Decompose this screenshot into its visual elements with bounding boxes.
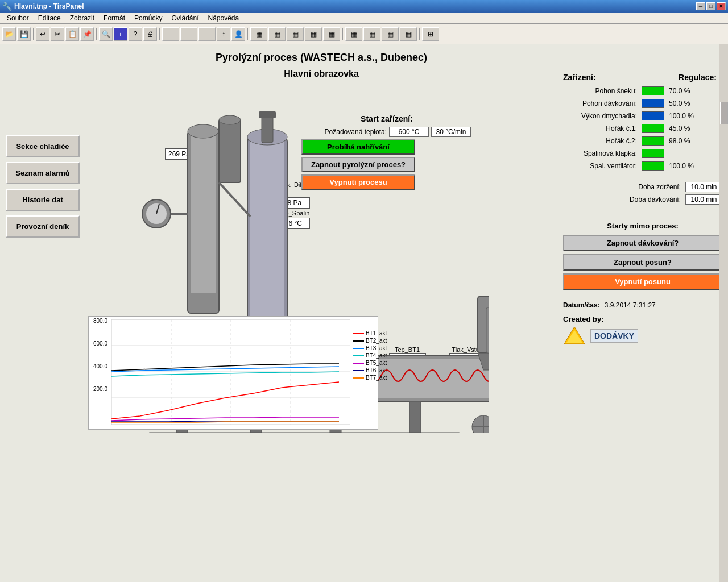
device-name-1: Pohon dávkování: xyxy=(563,99,637,107)
doba-davkovani-row: Doba dávkování: 10.0 min xyxy=(563,194,722,205)
tb-sep6 xyxy=(419,28,420,40)
device-row-5: Spalinová klapka: xyxy=(563,149,722,158)
legend-bt3-color xyxy=(353,348,364,349)
device-indicator-4 xyxy=(642,136,664,146)
title-bar-controls: ─ □ ✕ xyxy=(696,2,726,10)
page-subtitle: Hlavní obrazovka xyxy=(85,69,557,79)
starty-section: Starty mimo proces: Zapnout dávkování? Z… xyxy=(563,222,722,290)
tb-extra[interactable]: ⊞ xyxy=(422,27,439,41)
center-area: Pyrolýzní proces (WASTECH a.s., Dubenec)… xyxy=(85,44,557,582)
tb-grid2[interactable]: ▦ xyxy=(268,27,286,41)
device-header-label: Zařízení: xyxy=(563,73,596,82)
device-indicator-3 xyxy=(642,124,664,133)
svg-rect-15 xyxy=(410,401,421,433)
tb-sep1 xyxy=(33,28,34,40)
legend-bt5-color xyxy=(353,363,364,364)
tb-paste[interactable]: 📌 xyxy=(80,27,94,41)
tb-grid6[interactable]: ▦ xyxy=(345,27,362,41)
tb-sep4 xyxy=(247,28,248,40)
diagram-area: 269 Pa 96 °C Tlak_Dif ● -18 Pa Tep_Spali… xyxy=(85,80,557,433)
tb-grid9[interactable]: ▦ xyxy=(400,27,417,41)
doba-section: Doba zdržení: 10.0 min Doba dávkování: 1… xyxy=(563,182,722,205)
menu-soubor[interactable]: Soubor xyxy=(2,14,34,23)
tb-sep2 xyxy=(96,28,97,40)
toolbar: 📂 💾 ↩ ✂ 📋 📌 🔍 i ? 🖨 ↑ 👤 ▦ ▦ ▦ ▦ ▦ ▦ ▦ ▦ … xyxy=(0,24,728,44)
tb-print[interactable]: 🖨 xyxy=(143,27,157,41)
tb-undo[interactable]: ↩ xyxy=(36,27,49,41)
svg-rect-8 xyxy=(262,114,273,143)
device-header: Zařízení: Regulace: xyxy=(563,73,722,82)
nav-historie-dat[interactable]: Historie dat xyxy=(6,189,80,211)
datum-value: 3.9.2014 7:31:27 xyxy=(605,301,656,309)
tb-save[interactable]: 💾 xyxy=(17,27,31,41)
tb-grid1[interactable]: ▦ xyxy=(250,27,267,41)
chart-y-low: 400.0 xyxy=(91,362,110,371)
legend-bt6: BT6_akt xyxy=(353,367,394,373)
doba-zdrzeni-label: Doba zdržení: xyxy=(638,183,681,191)
tb-arrow[interactable]: ↑ xyxy=(217,27,230,41)
nav-provozni-denik[interactable]: Provozní deník xyxy=(6,215,80,238)
device-value-4: 98.0 % xyxy=(669,137,700,145)
tb-grid7[interactable]: ▦ xyxy=(363,27,380,41)
scroll-thumb[interactable] xyxy=(720,102,728,124)
tb-grid4[interactable]: ▦ xyxy=(305,27,322,41)
logo-svg xyxy=(563,326,586,346)
menu-format[interactable]: Formát xyxy=(99,14,130,23)
zapnout-davkovani-btn[interactable]: Zapnout dávkování? xyxy=(563,235,722,251)
nav-seznam-alarmu[interactable]: Seznam alarmů xyxy=(6,162,80,184)
legend-bt7: BT7_akt xyxy=(353,375,394,381)
title-bar-text: Hlavni.tnp - TirsPanel xyxy=(14,2,84,10)
tb-grid8[interactable]: ▦ xyxy=(382,27,399,41)
device-name-2: Výkon dmychadla: xyxy=(563,112,637,120)
regulation-header-label: Regulace: xyxy=(679,73,717,82)
tb-btn2[interactable] xyxy=(180,27,197,41)
legend-bt2-color xyxy=(353,340,364,342)
close-button[interactable]: ✕ xyxy=(717,2,726,10)
chart-y-200: 200.0 xyxy=(91,385,110,393)
tb-grid3[interactable]: ▦ xyxy=(287,27,304,41)
svg-rect-28 xyxy=(486,307,489,353)
menu-ovladani[interactable]: Ovládání xyxy=(167,14,203,23)
tb-zoom[interactable]: 🔍 xyxy=(99,27,113,41)
menu-napoveda[interactable]: Nápověda xyxy=(204,14,244,23)
svg-rect-6 xyxy=(250,140,284,322)
starty-title: Starty mimo proces: xyxy=(563,222,722,230)
tb-btn3[interactable] xyxy=(198,27,216,41)
title-bar-left: 🔧 Hlavni.tnp - TirsPanel xyxy=(2,2,84,11)
legend-bt6-label: BT6_akt xyxy=(366,367,387,373)
legend-bt3: BT3_akt xyxy=(353,345,394,351)
tb-person[interactable]: 👤 xyxy=(231,27,245,41)
dodavky-logo: DODÁVKY xyxy=(590,329,638,343)
device-section: Zařízení: Regulace: Pohon šneku: 70.0 % … xyxy=(563,73,722,171)
tb-grid5[interactable]: ▦ xyxy=(323,27,340,41)
left-panel: Sekce chladiče Seznam alarmů Historie da… xyxy=(0,44,85,582)
tb-btn1[interactable] xyxy=(162,27,179,41)
tb-info[interactable]: i xyxy=(114,27,127,41)
scrollbar[interactable] xyxy=(719,44,728,582)
legend-bt7-color xyxy=(353,377,364,379)
menu-editace[interactable]: Editace xyxy=(34,14,65,23)
minimize-button[interactable]: ─ xyxy=(696,2,705,10)
device-name-4: Hořák č.2: xyxy=(563,137,637,145)
menu-bar: Soubor Editace Zobrazit Formát Pomůcky O… xyxy=(0,13,728,24)
maximize-button[interactable]: □ xyxy=(706,2,715,10)
datum-row: Datum/čas: 3.9.2014 7:31:27 xyxy=(563,301,722,309)
svg-line-25 xyxy=(219,182,250,217)
doba-davkovani-label: Doba dávkování: xyxy=(630,196,681,203)
created-by-section: Created by: DODÁVKY xyxy=(563,315,722,346)
tb-open[interactable]: 📂 xyxy=(2,27,16,41)
device-name-5: Spalinová klapka: xyxy=(563,149,637,157)
legend-bt5: BT5_akt xyxy=(353,360,394,366)
zapnout-posun-btn[interactable]: Zapnout posun? xyxy=(563,254,722,271)
doba-zdrzeni-row: Doba zdržení: 10.0 min xyxy=(563,182,722,192)
menu-pomucky[interactable]: Pomůcky xyxy=(130,14,167,23)
title-bar: 🔧 Hlavni.tnp - TirsPanel ─ □ ✕ xyxy=(0,0,728,13)
datum-label: Datum/čas: xyxy=(563,301,600,309)
tb-help[interactable]: ? xyxy=(129,27,142,41)
menu-zobrazit[interactable]: Zobrazit xyxy=(65,14,99,23)
tb-copy[interactable]: 📋 xyxy=(65,27,79,41)
vypnuti-posunu-btn[interactable]: Vypnutí posunu xyxy=(563,273,722,290)
svg-rect-9 xyxy=(259,111,276,118)
tb-cut[interactable]: ✂ xyxy=(51,27,64,41)
nav-sekce-chladice[interactable]: Sekce chladiče xyxy=(6,135,80,157)
